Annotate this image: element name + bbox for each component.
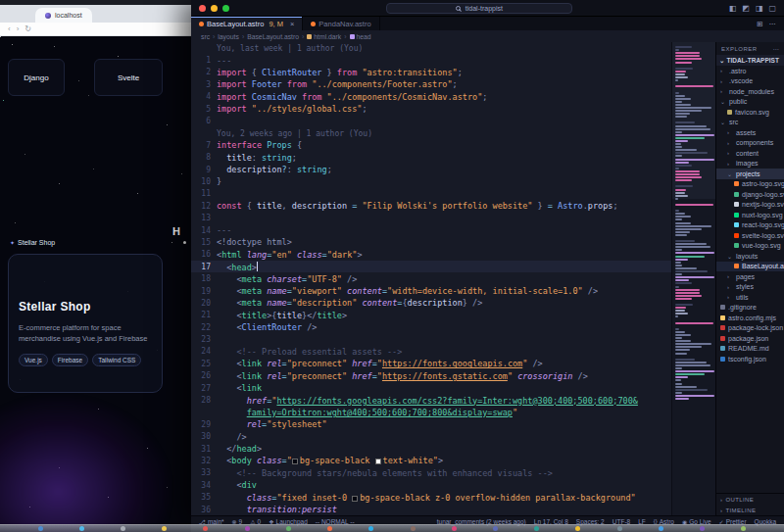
- dock-app-icon[interactable]: [203, 526, 208, 531]
- code-line[interactable]: You, 2 weeks ago | 1 author (You): [191, 127, 671, 139]
- project-card[interactable]: Stellar Shop E-commerce platform for spa…: [8, 254, 163, 393]
- code-line[interactable]: 19 <meta name="viewport" content="width=…: [191, 285, 671, 297]
- explorer-file-.gitignore[interactable]: .gitignore: [716, 303, 784, 314]
- dock-app-icon[interactable]: [79, 526, 84, 531]
- code-line[interactable]: 15<!doctype html>: [191, 236, 671, 248]
- explorer-folder-content[interactable]: ›content: [716, 148, 784, 159]
- code-line[interactable]: 13: [191, 212, 671, 223]
- forward-icon[interactable]: ›: [17, 24, 20, 33]
- explorer-folder-.astro[interactable]: ›.astro: [716, 66, 784, 76]
- dock-app-icon[interactable]: [493, 526, 498, 531]
- code-editor[interactable]: You, last week | 1 author (You)1---2impo…: [191, 42, 671, 515]
- code-line[interactable]: 26 <link rel="preconnect" href="https://…: [191, 370, 671, 382]
- close-window-button[interactable]: [199, 5, 206, 12]
- code-line[interactable]: 14---: [191, 224, 671, 236]
- explorer-file-readme.md[interactable]: README.md: [716, 344, 784, 355]
- explorer-file-package.json[interactable]: package.json: [716, 333, 784, 344]
- browser-tab[interactable]: localhost: [35, 8, 92, 23]
- line-number[interactable]: 29: [191, 420, 217, 429]
- code-line[interactable]: 34 <div: [191, 479, 671, 491]
- explorer-folder-.vscode[interactable]: ›.vscode: [716, 76, 784, 87]
- explorer-folder-projects[interactable]: ⌄projects: [716, 169, 784, 179]
- line-number[interactable]: 19: [191, 287, 217, 296]
- explorer-folder-node_modules[interactable]: ›node_modules: [716, 86, 784, 97]
- code-line[interactable]: 27 <link: [191, 382, 671, 394]
- breadcrumb-item[interactable]: layouts: [218, 33, 239, 40]
- dock-app-icon[interactable]: [368, 526, 373, 531]
- line-number[interactable]: 30: [191, 432, 217, 441]
- explorer-file-nuxt-logo.svg[interactable]: nuxt-logo.svg: [716, 210, 784, 220]
- explorer-folder-src[interactable]: ⌄src: [716, 118, 784, 128]
- explorer-file-django-logo.svg[interactable]: django-logo.svg: [716, 189, 784, 200]
- code-line[interactable]: 6: [191, 115, 671, 126]
- explorer-folder-public[interactable]: ⌄public: [716, 97, 784, 108]
- code-line[interactable]: 32 <body class="bg-space-black text-whit…: [191, 455, 671, 466]
- explorer-folder-assets[interactable]: ›assets: [716, 127, 784, 138]
- line-number[interactable]: 31: [191, 445, 217, 454]
- code-line[interactable]: 10}: [191, 175, 671, 187]
- skill-card-svelte[interactable]: Svelte: [94, 59, 163, 96]
- dock-app-icon[interactable]: [411, 526, 416, 531]
- line-number[interactable]: 9: [191, 166, 217, 174]
- code-line[interactable]: 12const { title, description = "Filip Wo…: [191, 200, 671, 212]
- split-editor-icon[interactable]: ⊞: [757, 20, 762, 28]
- code-line[interactable]: 25 <link rel="preconnect" href="https://…: [191, 358, 671, 369]
- code-line[interactable]: 30 />: [191, 431, 671, 443]
- line-number[interactable]: 35: [191, 493, 217, 502]
- line-number[interactable]: 34: [191, 481, 217, 490]
- toggle-panel-icon[interactable]: ◩: [742, 4, 750, 13]
- explorer-folder-styles[interactable]: ›styles: [716, 282, 784, 293]
- code-line[interactable]: 22 <ClientRouter />: [191, 321, 671, 333]
- line-number[interactable]: 10: [191, 177, 217, 186]
- code-line[interactable]: 16<html lang="en" class="dark">: [191, 249, 671, 261]
- breadcrumb-item[interactable]: head: [350, 33, 371, 40]
- dock-app-icon[interactable]: [121, 526, 125, 531]
- explorer-file-package-lock.json[interactable]: package-lock.json: [716, 323, 784, 334]
- line-number[interactable]: 4: [191, 92, 217, 101]
- dock-app-icon[interactable]: [245, 526, 250, 531]
- line-number[interactable]: 36: [191, 506, 217, 514]
- code-line[interactable]: 29 rel="stylesheet": [191, 418, 671, 430]
- line-number[interactable]: 14: [191, 226, 217, 235]
- zoom-window-button[interactable]: [222, 5, 229, 12]
- dock-app-icon[interactable]: [700, 526, 705, 531]
- section-outline[interactable]: ›OUTLINE: [716, 494, 784, 505]
- line-number[interactable]: 26: [191, 371, 217, 380]
- code-line[interactable]: 23: [191, 333, 671, 345]
- explorer-file-favicon.svg[interactable]: favicon.svg: [716, 107, 784, 118]
- minimize-window-button[interactable]: [211, 5, 218, 12]
- back-icon[interactable]: ‹: [8, 24, 11, 33]
- toggle-secondary-sidebar-icon[interactable]: ◨: [756, 4, 763, 13]
- line-number[interactable]: 22: [191, 323, 217, 332]
- explorer-folder-pages[interactable]: ›pages: [716, 271, 784, 282]
- browser-toolbar[interactable]: ‹ › ↻: [0, 23, 191, 36]
- dock-app-icon[interactable]: [452, 526, 457, 531]
- dock-app-icon[interactable]: [38, 526, 43, 531]
- line-number[interactable]: 3: [191, 80, 217, 89]
- explorer-file-astro-logo.svg[interactable]: astro-logo.svg: [716, 179, 784, 190]
- editor-tab[interactable]: PandaNav.astro: [303, 17, 379, 30]
- more-actions-icon[interactable]: ⋯: [769, 20, 777, 28]
- line-number[interactable]: 21: [191, 311, 217, 319]
- line-number[interactable]: 5: [191, 105, 217, 114]
- code-line[interactable]: 20 <meta name="description" content={des…: [191, 297, 671, 309]
- explorer-file-nextjs-logo.svg[interactable]: nextjs-logo.svg: [716, 200, 784, 211]
- code-line[interactable]: 3import Footer from "../components/Foote…: [191, 78, 671, 90]
- code-line[interactable]: 33 <!-- Background stars/nebula elements…: [191, 467, 671, 479]
- line-number[interactable]: 33: [191, 468, 217, 477]
- line-number[interactable]: 8: [191, 153, 217, 162]
- customize-layout-icon[interactable]: ▢: [768, 4, 776, 13]
- line-number[interactable]: 18: [191, 274, 217, 283]
- breadcrumb-item[interactable]: html.dark: [307, 33, 341, 40]
- explorer-file-baselayout.astro[interactable]: BaseLayout.astro: [716, 262, 784, 272]
- code-line[interactable]: 2import { ClientRouter } from "astro:tra…: [191, 67, 671, 78]
- code-line[interactable]: family=Orbitron:wght@400;500;600;700;800…: [191, 407, 671, 418]
- line-number[interactable]: 11: [191, 189, 217, 198]
- line-number[interactable]: 28: [191, 396, 217, 405]
- code-line[interactable]: 11: [191, 188, 671, 200]
- editor-tab[interactable]: BaseLayout.astro9, M×: [191, 17, 303, 30]
- dock-app-icon[interactable]: [286, 526, 291, 531]
- code-line[interactable]: 36 transition:persist: [191, 504, 671, 515]
- explorer-file-react-logo.svg[interactable]: react-logo.svg: [716, 220, 784, 231]
- dock-app-icon[interactable]: [741, 526, 746, 531]
